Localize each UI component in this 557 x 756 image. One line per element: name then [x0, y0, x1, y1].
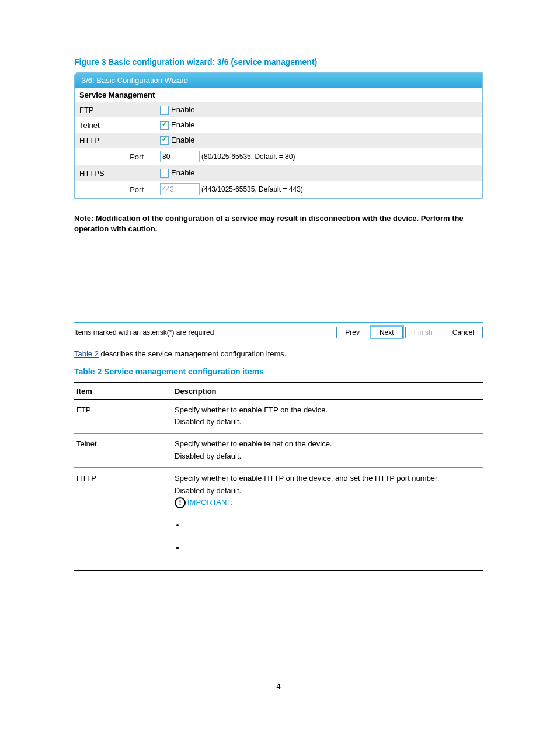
next-button[interactable]: Next: [371, 327, 403, 338]
telnet-checkbox-label: Enable: [171, 120, 194, 129]
footer-required-text: Items marked with an asterisk(*) are req…: [74, 328, 334, 337]
desc-http-item: HTTP: [74, 467, 172, 570]
http-port-label: Port: [75, 148, 155, 165]
exclamation-icon: !: [175, 497, 186, 508]
https-port-hint: (443/1025-65535, Default = 443): [201, 185, 303, 193]
desc-row-ftp: FTP Specify whether to enable FTP on the…: [74, 399, 483, 434]
desc-telnet-line1: Specify whether to enable telnet on the …: [175, 438, 481, 450]
https-port-input[interactable]: 443: [160, 183, 200, 195]
https-enable-checkbox[interactable]: [160, 169, 169, 178]
body-sentence-rest: describes the service management configu…: [99, 349, 287, 358]
http-row: HTTP Enable: [75, 133, 482, 148]
desc-row-http: HTTP Specify whether to enable HTTP on t…: [74, 467, 483, 570]
cancel-button[interactable]: Cancel: [444, 327, 483, 338]
wizard-footer: Items marked with an asterisk(*) are req…: [74, 322, 483, 341]
desc-ftp-item: FTP: [74, 399, 172, 434]
https-port-row: Port 443(443/1025-65535, Default = 443): [75, 181, 482, 198]
finish-button[interactable]: Finish: [405, 327, 441, 338]
page-number: 4: [74, 682, 483, 691]
http-label: HTTP: [75, 133, 155, 148]
desc-http-line1: Specify whether to enable HTTP on the de…: [175, 473, 481, 485]
http-port-input[interactable]: 80: [160, 151, 200, 162]
https-checkbox-label: Enable: [171, 168, 194, 177]
ftp-enable-checkbox[interactable]: [160, 106, 169, 115]
https-row: HTTPS Enable: [75, 165, 482, 181]
bullet-1: [185, 519, 481, 532]
telnet-enable-checkbox[interactable]: [160, 121, 169, 130]
https-label: HTTPS: [75, 165, 155, 181]
wizard-panel: 3/6: Basic Configuration Wizard Service …: [74, 72, 483, 199]
description-table: Item Description FTP Specify whether to …: [74, 382, 483, 571]
important-callout: !IMPORTANT:: [175, 497, 481, 509]
col-header-item: Item: [74, 383, 172, 400]
body-sentence: Table 2 describes the service management…: [74, 349, 483, 358]
http-port-row: Port 80(80/1025-65535, Default = 80): [75, 148, 482, 165]
https-port-label: Port: [75, 181, 155, 198]
telnet-row: Telnet Enable: [75, 117, 482, 133]
ftp-label: FTP: [75, 102, 155, 117]
ftp-row: FTP Enable: [75, 102, 482, 117]
ftp-checkbox-label: Enable: [171, 105, 194, 114]
desc-telnet-item: Telnet: [74, 434, 172, 468]
service-table: Service Management FTP Enable Telnet Ena…: [75, 88, 482, 198]
desc-ftp-line1: Specify whether to enable FTP on the dev…: [175, 404, 481, 417]
section-title: Service Management: [75, 88, 482, 102]
desc-http-line2: Disabled by default.: [175, 485, 481, 497]
wizard-note: Note: Modification of the configuration …: [74, 213, 483, 234]
important-bullets: [185, 519, 481, 554]
desc-row-telnet: Telnet Specify whether to enable telnet …: [74, 434, 483, 468]
wizard-header: 3/6: Basic Configuration Wizard: [75, 73, 482, 88]
table-2-link[interactable]: Table 2: [74, 349, 99, 358]
telnet-label: Telnet: [75, 117, 155, 133]
important-label: IMPORTANT:: [187, 498, 233, 507]
prev-button[interactable]: Prev: [336, 327, 368, 338]
table-caption: Table 2 Service management configuration…: [74, 367, 483, 376]
desc-telnet-line2: Disabled by default.: [175, 450, 481, 463]
figure-caption: Figure 3 Basic configuration wizard: 3/6…: [74, 57, 483, 67]
http-enable-checkbox[interactable]: [160, 136, 169, 145]
col-header-desc: Description: [172, 383, 483, 400]
bullet-2: [185, 542, 481, 554]
http-port-hint: (80/1025-65535, Default = 80): [201, 152, 295, 161]
desc-ftp-line2: Disabled by default.: [175, 416, 481, 428]
http-checkbox-label: Enable: [171, 136, 194, 144]
